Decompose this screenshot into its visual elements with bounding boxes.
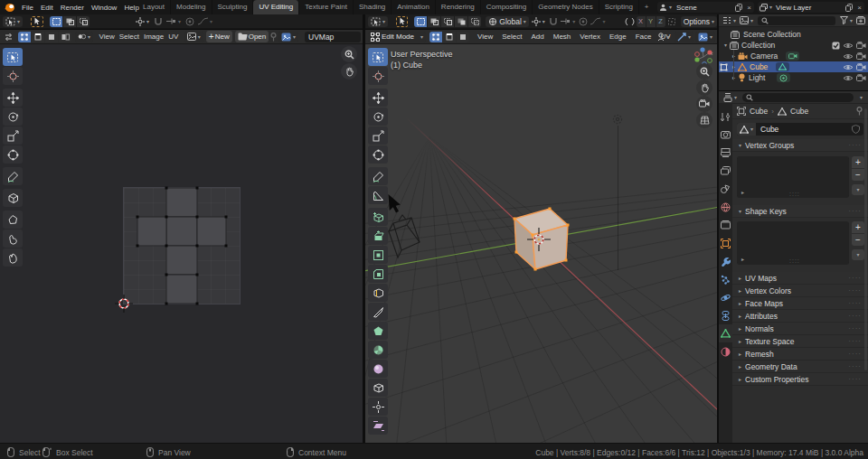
breadcrumb-object-label[interactable]: Cube (750, 107, 768, 116)
tab-object-data-active[interactable] (719, 324, 732, 342)
vp-proportional-edit-icon[interactable] (578, 17, 588, 26)
uv-pin-icon[interactable] (269, 33, 278, 42)
uv-select-extend-button[interactable] (63, 16, 76, 27)
collection-checkbox[interactable] (832, 42, 840, 50)
vp-tool-transform[interactable] (368, 145, 388, 164)
vp-sidebar-toggle[interactable]: ‹ (711, 50, 713, 58)
uv-vertex-mode-button[interactable] (18, 32, 31, 42)
panel-geometry-data[interactable]: ▸Geometry Data···· (732, 361, 868, 373)
vp-tool-edge-slide[interactable] (368, 379, 388, 397)
view-layer-selector[interactable]: ▾ View Layer × (758, 2, 864, 13)
outliner-filter-type-selector[interactable]: ▾ (738, 15, 755, 26)
scene-selector[interactable]: ▾ Scene × (657, 2, 754, 13)
vp-tool-bevel[interactable] (368, 265, 388, 283)
tab-scene-icon[interactable] (721, 184, 731, 193)
uv-tool-cursor[interactable] (3, 67, 23, 85)
vp-menu-vertex[interactable]: Vertex (575, 30, 605, 43)
uv-menu-uv[interactable]: UV (166, 30, 181, 43)
light-hide-icon[interactable] (843, 74, 854, 82)
menu-render[interactable]: Render (57, 1, 88, 14)
light-render-icon[interactable] (856, 74, 866, 82)
vp-tool-move[interactable] (368, 89, 388, 107)
uv-select-subtract-button[interactable] (77, 16, 90, 27)
uv-active-tool-selector[interactable]: ▾ (3, 16, 23, 27)
vertex-group-remove-button[interactable]: − (852, 169, 864, 181)
vp-active-tool-selector[interactable]: ▾ (368, 16, 388, 27)
vp-tool-extrude[interactable] (368, 227, 388, 245)
panel-attributes[interactable]: ▸Attributes···· (732, 310, 868, 323)
vertex-group-add-button[interactable]: + (852, 156, 864, 168)
vp-tool-rotate[interactable] (368, 108, 388, 126)
light-object[interactable] (612, 114, 623, 125)
vp-menu-add[interactable]: Add (526, 30, 548, 43)
camera-render-icon[interactable] (856, 52, 866, 61)
tab-layout[interactable]: Layout (137, 0, 171, 14)
vp-tool-scale[interactable] (368, 126, 388, 145)
vp-select-box-button[interactable] (414, 16, 427, 27)
vp-select-intersect-button[interactable] (468, 16, 481, 27)
uv-tool-grab[interactable] (3, 211, 23, 229)
tab-scripting[interactable]: Scripting (599, 0, 639, 14)
vp-orientation-selector[interactable]: Global ▾ (486, 16, 529, 27)
uv-zoom-button[interactable] (341, 46, 357, 62)
vp-vertex-select-button[interactable] (429, 32, 442, 42)
properties-editor-type-selector[interactable]: ▾ (722, 92, 739, 103)
menu-edit[interactable]: Edit (37, 1, 57, 14)
panel-texture-space[interactable]: ▸Texture Space···· (732, 335, 868, 348)
breadcrumb-pin-icon[interactable] (855, 107, 863, 116)
tab-compositing[interactable]: Compositing (481, 0, 533, 14)
uv-display-channel-selector[interactable]: ▾ (278, 32, 298, 42)
outliner-row-scene-collection[interactable]: Scene Collection (719, 29, 868, 40)
uv-edge-mode-button[interactable] (32, 32, 44, 42)
outliner-row-camera[interactable]: ▸ Camera (719, 51, 868, 61)
uv-tool-annotate[interactable] (3, 167, 23, 185)
panel-remesh[interactable]: ▸Remesh···· (732, 348, 868, 361)
vertex-groups-list[interactable]: ▸ :::: (737, 156, 849, 198)
properties-search-field[interactable] (742, 93, 854, 102)
uv-image-browse-selector[interactable]: ▾ (184, 32, 203, 42)
uv-sticky-selection-selector[interactable]: ▾ (75, 32, 93, 42)
tab-sculpting[interactable]: Sculpting (212, 0, 254, 14)
vp-tool-poly-build[interactable] (368, 322, 388, 340)
outliner-row-light[interactable]: ▸ Light (719, 72, 868, 83)
properties-scrollbar[interactable] (864, 108, 867, 370)
vp-tool-loop-cut[interactable] (368, 284, 388, 302)
outliner-row-cube[interactable]: ▸ Cube (719, 61, 868, 72)
uv-tool-scale[interactable] (3, 126, 23, 145)
vp-shading-dropdown[interactable]: ▾ (695, 32, 715, 42)
vp-tool-knife[interactable] (368, 303, 388, 321)
uv-tool-relax[interactable] (3, 230, 23, 248)
uv-tool-select-box[interactable] (3, 48, 23, 66)
vp-select-subtract-button[interactable] (441, 16, 454, 27)
tab-object-icon[interactable] (721, 239, 731, 248)
shape-keys-list[interactable]: ▸ :::: (737, 221, 849, 265)
uv-tool-transform[interactable] (3, 145, 23, 164)
uv-snap-toggle-icon[interactable] (152, 17, 164, 26)
uv-new-image-button[interactable]: +New (206, 31, 232, 42)
panel-normals[interactable]: ▸Normals···· (732, 323, 868, 335)
vp-tool-shear[interactable] (368, 417, 388, 435)
tab-texture-paint[interactable]: Texture Paint (299, 0, 354, 14)
vp-zoom-button[interactable] (696, 63, 712, 80)
vp-snap-toggle-icon[interactable] (548, 17, 558, 26)
outliner-display-mode-selector[interactable]: ▾ (721, 15, 738, 26)
new-scene-icon[interactable] (733, 4, 744, 12)
add-workspace-button[interactable]: + (639, 0, 655, 14)
uv-pivot-selector[interactable]: ▾ (133, 16, 152, 27)
tab-constraints-icon[interactable] (721, 311, 731, 321)
tab-output-icon[interactable] (721, 148, 731, 157)
outliner-row-collection[interactable]: ▾ Collection (719, 40, 868, 51)
mirror-y-button[interactable]: Y (646, 16, 656, 27)
vp-tool-select-box[interactable] (368, 48, 388, 66)
collection-expand-arrow[interactable]: ▾ (724, 42, 727, 48)
vp-ortho-grid-button[interactable] (696, 112, 712, 128)
panel-custom-properties[interactable]: ▸Custom Properties···· (732, 373, 868, 386)
tab-render-icon[interactable] (721, 130, 731, 139)
vp-edge-select-button[interactable] (443, 32, 456, 42)
uv-map-name-field[interactable]: UVMap (305, 32, 361, 42)
collection-hide-icon[interactable] (843, 42, 854, 50)
menu-window[interactable]: Window (88, 1, 120, 14)
blender-logo-icon[interactable] (0, 3, 18, 13)
camera-hide-icon[interactable] (843, 52, 854, 61)
uv-menu-select[interactable]: Select (117, 30, 141, 43)
